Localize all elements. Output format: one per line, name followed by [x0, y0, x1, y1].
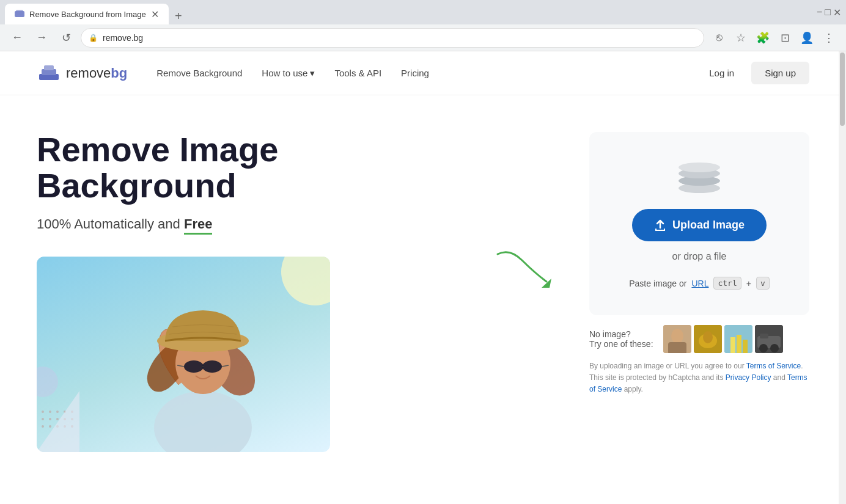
- logo-text: removebg: [66, 65, 127, 81]
- browser-toolbar: ← → ↺ 🔒 remove.bg ⎋ ☆ 🧩 ⊡ 👤 ⋮: [0, 24, 846, 51]
- ssl-lock-icon: 🔒: [89, 34, 98, 42]
- close-window-button[interactable]: ✕: [833, 7, 841, 18]
- no-image-label: No image? Try one of these:: [589, 329, 653, 349]
- main-nav: removebg Remove Background How to use ▾ …: [0, 51, 846, 95]
- sample-image-4[interactable]: [755, 325, 783, 353]
- minimize-button[interactable]: −: [817, 7, 822, 18]
- hero-subtitle: 100% Automatically and Free: [37, 216, 455, 232]
- upload-box-container: Upload Image or drop a file Paste image …: [589, 132, 809, 403]
- upload-box: Upload Image or drop a file Paste image …: [589, 132, 809, 315]
- nav-actions: Log in Sign up: [699, 62, 809, 84]
- active-tab[interactable]: Remove Background from Image ✕: [5, 4, 169, 24]
- hero-left: Remove Image Background 100% Automatical…: [37, 132, 455, 452]
- browser-window-controls: − □ ✕: [817, 7, 841, 18]
- svg-point-5: [154, 391, 252, 452]
- svg-point-23: [703, 331, 713, 343]
- url-link[interactable]: URL: [691, 279, 708, 288]
- nav-remove-background[interactable]: Remove Background: [156, 68, 242, 78]
- browser-tabs: Remove Background from Image ✕ +: [5, 0, 187, 24]
- svg-point-7: [184, 360, 204, 373]
- hero-image: [37, 257, 330, 452]
- svg-point-31: [759, 344, 768, 352]
- new-tab-button[interactable]: +: [170, 7, 187, 24]
- extensions-button[interactable]: 🧩: [753, 28, 773, 48]
- svg-point-19: [671, 329, 683, 343]
- layers-icon: [675, 158, 724, 194]
- privacy-link[interactable]: Privacy Policy: [726, 373, 771, 382]
- forward-button[interactable]: →: [32, 28, 51, 48]
- ctrl-key: ctrl: [713, 277, 741, 290]
- svg-point-32: [770, 344, 779, 352]
- cast-button[interactable]: ⎋: [709, 28, 729, 48]
- sample-images: [663, 325, 783, 353]
- bookmark-button[interactable]: ☆: [731, 28, 751, 48]
- svg-rect-1: [16, 10, 23, 15]
- footer-note: By uploading an image or URL you agree t…: [589, 353, 809, 403]
- hero-title: Remove Image Background: [37, 132, 455, 204]
- svg-point-8: [202, 360, 222, 373]
- profile-button[interactable]: ⊡: [775, 28, 795, 48]
- free-text: Free: [184, 216, 212, 232]
- tab-title: Remove Background from Image: [29, 10, 146, 19]
- page-content: removebg Remove Background How to use ▾ …: [0, 51, 846, 504]
- url-display: remove.bg: [103, 33, 143, 43]
- browser-chrome: Remove Background from Image ✕ + − □ ✕: [0, 0, 846, 24]
- svg-rect-26: [730, 337, 735, 353]
- hero-section: Remove Image Background 100% Automatical…: [0, 95, 846, 477]
- svg-rect-4: [44, 65, 54, 70]
- refresh-button[interactable]: ↺: [56, 28, 76, 48]
- login-button[interactable]: Log in: [699, 63, 744, 83]
- svg-point-17: [679, 163, 720, 172]
- decorative-triangle: [37, 391, 79, 452]
- v-key: v: [756, 277, 770, 290]
- logo-icon: [37, 64, 61, 82]
- tab-favicon: [15, 9, 24, 19]
- account-button[interactable]: 👤: [797, 28, 817, 48]
- menu-button[interactable]: ⋮: [819, 28, 839, 48]
- nav-links: Remove Background How to use ▾ Tools & A…: [156, 68, 699, 79]
- paste-row: Paste image or URL ctrl + v: [629, 277, 770, 290]
- sample-image-1[interactable]: [663, 325, 691, 353]
- svg-rect-28: [743, 340, 748, 353]
- toolbar-actions: ⎋ ☆ 🧩 ⊡ 👤 ⋮: [709, 28, 839, 48]
- drop-text: or drop a file: [672, 251, 727, 262]
- sample-image-3[interactable]: [724, 325, 752, 353]
- close-tab-button[interactable]: ✕: [151, 9, 159, 20]
- tos-link[interactable]: Terms of Service: [746, 362, 801, 370]
- nav-how-to-use[interactable]: How to use ▾: [262, 68, 315, 79]
- upload-image-button[interactable]: Upload Image: [632, 209, 767, 241]
- svg-rect-20: [668, 342, 686, 353]
- maximize-button[interactable]: □: [825, 7, 831, 18]
- sample-image-2[interactable]: [694, 325, 722, 353]
- arrow-container: [491, 242, 553, 291]
- signup-button[interactable]: Sign up: [751, 62, 809, 84]
- svg-rect-27: [737, 335, 741, 353]
- svg-rect-33: [760, 334, 768, 338]
- chevron-down-icon: ▾: [310, 68, 315, 79]
- upload-icon: [654, 219, 666, 232]
- arrow-icon: [491, 242, 553, 291]
- nav-tools-api[interactable]: Tools & API: [334, 68, 381, 78]
- back-button[interactable]: ←: [7, 28, 27, 48]
- sample-images-row: No image? Try one of these:: [589, 325, 809, 353]
- address-bar[interactable]: 🔒 remove.bg: [81, 28, 704, 48]
- nav-pricing[interactable]: Pricing: [401, 68, 429, 78]
- person-illustration: [105, 269, 301, 452]
- scrollbar-thumb[interactable]: [840, 53, 845, 126]
- logo[interactable]: removebg: [37, 64, 127, 82]
- scrollbar[interactable]: [839, 51, 846, 504]
